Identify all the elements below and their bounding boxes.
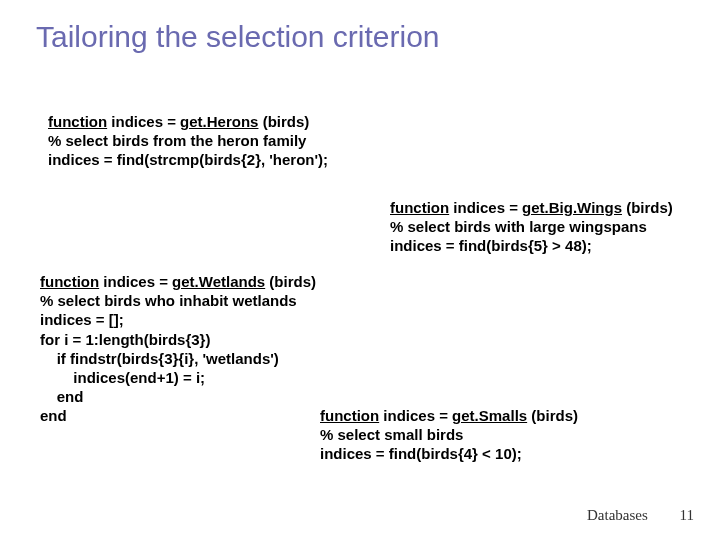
code-line: % select small birds — [320, 425, 578, 444]
keyword-function: function — [40, 273, 99, 290]
code-line: % select birds with large wingspans — [390, 217, 673, 236]
code-line: if findstr(birds{3}{i}, 'wetlands') — [40, 349, 316, 368]
code-line: % select birds who inhabit wetlands — [40, 291, 316, 310]
code-line: indices = find(birds{5} > 48); — [390, 236, 673, 255]
code-text: (birds) — [258, 113, 309, 130]
code-get-bigwings: function indices = get.Big.Wings (birds)… — [390, 198, 673, 256]
code-line: indices = find(strcmp(birds{2}, 'heron')… — [48, 150, 328, 169]
code-line: indices(end+1) = i; — [40, 368, 316, 387]
code-get-herons: function indices = get.Herons (birds) % … — [48, 112, 328, 170]
keyword-function: function — [320, 407, 379, 424]
code-text: indices = — [99, 273, 172, 290]
fn-name-wetlands: get.Wetlands — [172, 273, 265, 290]
code-text: (birds) — [265, 273, 316, 290]
code-line: for i = 1:length(birds{3}) — [40, 330, 316, 349]
footer-label: Databases — [587, 507, 648, 523]
footer: Databases 11 — [587, 507, 694, 524]
code-line: end — [40, 406, 316, 425]
code-get-wetlands: function indices = get.Wetlands (birds) … — [40, 272, 316, 426]
code-line: function indices = get.Herons (birds) — [48, 112, 328, 131]
code-line: end — [40, 387, 316, 406]
code-get-smalls: function indices = get.Smalls (birds) % … — [320, 406, 578, 464]
code-text: indices = — [107, 113, 180, 130]
fn-name-bigwings: get.Big.Wings — [522, 199, 622, 216]
code-line: function indices = get.Big.Wings (birds) — [390, 198, 673, 217]
code-line: function indices = get.Smalls (birds) — [320, 406, 578, 425]
code-line: indices = []; — [40, 310, 316, 329]
code-text: (birds) — [527, 407, 578, 424]
code-line: indices = find(birds{4} < 10); — [320, 444, 578, 463]
fn-name-smalls: get.Smalls — [452, 407, 527, 424]
code-text: indices = — [449, 199, 522, 216]
slide: Tailoring the selection criterion functi… — [0, 0, 720, 540]
keyword-function: function — [390, 199, 449, 216]
code-line: function indices = get.Wetlands (birds) — [40, 272, 316, 291]
code-text: indices = — [379, 407, 452, 424]
page-number: 11 — [680, 507, 694, 524]
keyword-function: function — [48, 113, 107, 130]
code-line: % select birds from the heron family — [48, 131, 328, 150]
fn-name-herons: get.Herons — [180, 113, 258, 130]
page-title: Tailoring the selection criterion — [36, 20, 684, 54]
code-text: (birds) — [622, 199, 673, 216]
